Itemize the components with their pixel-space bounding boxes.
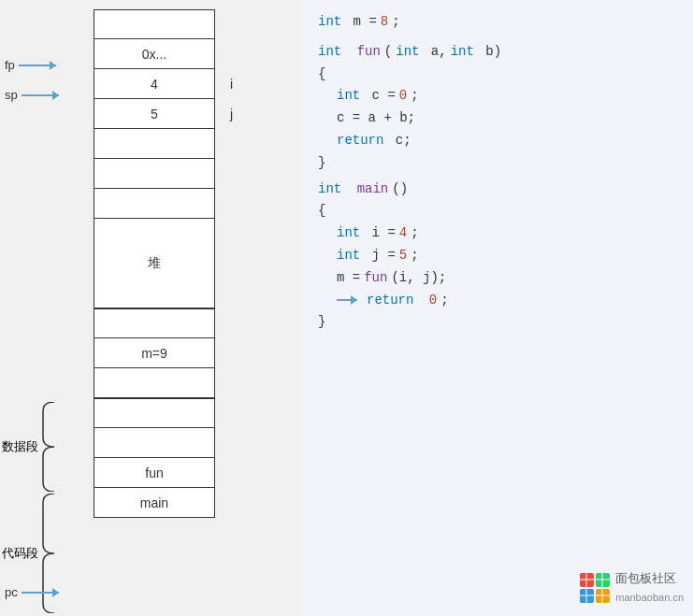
code-line-12: m = fun (i, j); bbox=[337, 267, 674, 290]
cell-fun: fun bbox=[94, 458, 215, 488]
data-brace-icon bbox=[41, 402, 56, 492]
watermark: 面包板社区 manbaoban.cn bbox=[578, 568, 684, 607]
label-i: i bbox=[230, 77, 233, 92]
watermark-icon bbox=[578, 571, 612, 605]
pc-label: pc bbox=[5, 585, 59, 599]
cell-code-empty2 bbox=[94, 428, 215, 458]
code-line-8: int main () bbox=[318, 179, 674, 201]
code-line-9: { bbox=[318, 200, 674, 222]
label-j: j bbox=[230, 107, 233, 122]
fp-label: fp bbox=[5, 58, 56, 72]
code-line-1: int m = 8 ; bbox=[318, 11, 674, 34]
cell-data-empty1 bbox=[94, 308, 215, 338]
cell-fp: 4 i bbox=[94, 69, 215, 99]
kw-int-2: int bbox=[318, 41, 341, 64]
code-section: int m = 8 ; int fun ( int a, int b) { in… bbox=[299, 0, 693, 616]
main-container: 0x... 4 i 5 j 堆 m=9 bbox=[0, 0, 693, 616]
fn-fun: fun bbox=[357, 41, 381, 64]
cell-code-empty1 bbox=[94, 398, 215, 428]
code-line-4: int c = 0 ; bbox=[337, 85, 674, 107]
cell-empty3 bbox=[94, 189, 215, 219]
code-line-5: c = a + b; bbox=[337, 107, 674, 130]
stack-diagram: 0x... 4 i 5 j 堆 m=9 bbox=[94, 9, 215, 518]
cell-data-empty2 bbox=[94, 368, 215, 398]
fp-text: fp bbox=[5, 58, 15, 72]
pc-text: pc bbox=[5, 585, 18, 599]
code-line-7: } bbox=[318, 152, 674, 175]
data-text: 数据段 bbox=[2, 438, 38, 455]
watermark-text: 面包板社区 bbox=[615, 568, 684, 589]
code-line-6: return c; bbox=[337, 130, 674, 152]
kw-int-1: int bbox=[318, 11, 341, 34]
code-line-3: { bbox=[318, 64, 674, 86]
sp-label: sp bbox=[5, 88, 59, 102]
code-line-11: int j = 5 ; bbox=[337, 245, 674, 267]
cell-main: main bbox=[94, 488, 215, 518]
code-line-13: return 0 ; bbox=[337, 290, 674, 312]
cell-empty1 bbox=[94, 129, 215, 159]
sp-text: sp bbox=[5, 88, 18, 102]
code-line-14: } bbox=[318, 311, 674, 334]
cell-0x: 0x... bbox=[94, 39, 215, 69]
data-segment-label: 数据段 bbox=[2, 402, 56, 492]
code-text: 代码段 bbox=[2, 545, 38, 562]
memory-section: 0x... 4 i 5 j 堆 m=9 bbox=[0, 0, 299, 616]
cell-m9: m=9 bbox=[94, 338, 215, 368]
cell-top-empty bbox=[94, 9, 215, 39]
code-line-2: int fun ( int a, int b) bbox=[318, 41, 674, 64]
cell-heap: 堆 bbox=[94, 219, 215, 308]
cell-sp: 5 j bbox=[94, 99, 215, 129]
code-line-10: int i = 4 ; bbox=[337, 222, 674, 245]
cell-empty2 bbox=[94, 159, 215, 189]
watermark-url: manbaoban.cn bbox=[615, 589, 684, 607]
